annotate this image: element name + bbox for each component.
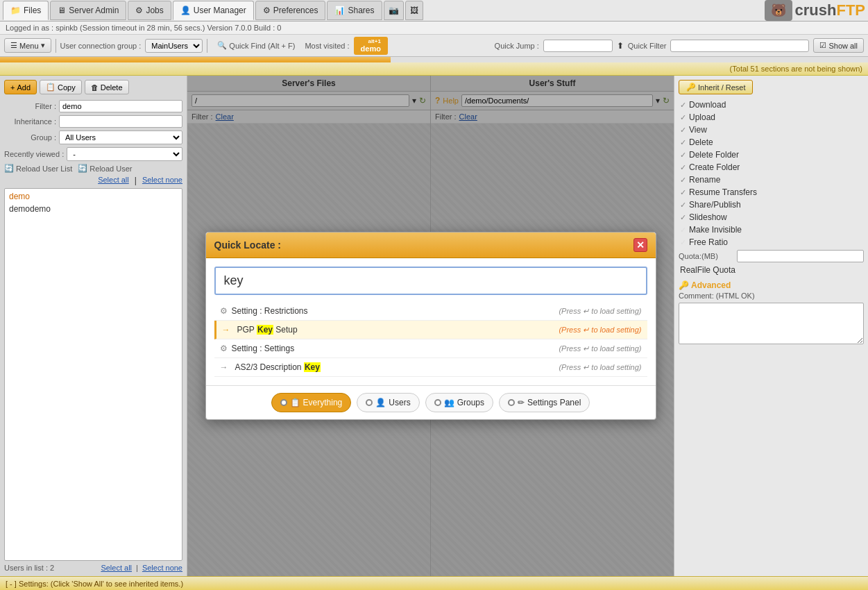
filter-settings-panel[interactable]: ✏ Settings Panel	[499, 393, 590, 412]
action-make-invisible[interactable]: ✓ Make Invisible	[679, 224, 864, 236]
reload-user-label: Reload User	[90, 165, 132, 173]
action-view-label: View	[689, 125, 707, 135]
tab-files-label: Files	[24, 6, 41, 15]
action-download-label: Download	[689, 100, 726, 110]
select-none-link[interactable]: Select none	[142, 176, 182, 185]
modal-header: Quick Locate : ✕	[206, 233, 656, 258]
action-slideshow-label: Slideshow	[689, 212, 727, 222]
menu-button[interactable]: ☰ Menu ▾	[4, 38, 51, 53]
result-item-restrictions[interactable]: ⚙ Setting : Restrictions (Press ↵ to loa…	[214, 302, 647, 321]
recently-row: Recently viewed : -	[4, 147, 182, 161]
recently-select[interactable]: -	[67, 147, 182, 161]
action-slideshow[interactable]: ✓ Slideshow	[679, 211, 864, 224]
group-select[interactable]: All Users	[59, 130, 182, 144]
tab-preferences[interactable]: ⚙ Preferences	[255, 1, 326, 20]
filter-users[interactable]: 👤 Users	[357, 393, 419, 412]
result-left-restrictions: ⚙ Setting : Restrictions	[220, 306, 308, 316]
reload-list-button[interactable]: 🔄 Reload User List	[4, 164, 72, 173]
add-button[interactable]: + Add	[4, 80, 37, 94]
result-item-pgp-key[interactable]: → PGP Key Setup (Press ↵ to load setting…	[214, 321, 647, 339]
quota-input[interactable]	[737, 250, 864, 262]
copy-button[interactable]: 📋 Copy	[40, 80, 82, 94]
radio-settings-panel	[508, 399, 515, 406]
result-item-as23[interactable]: → AS2/3 Description Key (Press ↵ to load…	[214, 358, 647, 377]
quota-label: Quota:(MB)	[679, 252, 734, 260]
filter-row: Filter :	[4, 100, 182, 112]
check-rename: ✓	[680, 176, 686, 185]
add-label: Add	[17, 83, 31, 92]
filter-groups[interactable]: 👥 Groups	[425, 393, 493, 412]
preferences-icon: ⚙	[263, 6, 271, 15]
separator-1	[56, 39, 56, 53]
demo-label: demo	[361, 44, 381, 53]
radio-groups	[434, 399, 441, 406]
server-admin-icon: 🖥	[58, 6, 66, 15]
action-realfile-quota[interactable]: RealFile Quota	[679, 264, 864, 276]
copy-icon: 📋	[46, 83, 56, 92]
inheritance-input[interactable]	[59, 115, 182, 128]
arrow-icon-pgp: →	[222, 325, 230, 335]
tab-icon1[interactable]: 📷	[384, 1, 404, 20]
user-item-demodemo[interactable]: demodemo	[6, 203, 180, 215]
inherit-reset-button[interactable]: 🔑 Inherit / Reset	[679, 80, 753, 94]
tab-jobs[interactable]: ⚙ Jobs	[128, 1, 171, 20]
toolbar: ☰ Menu ▾ User connection group : MainUse…	[0, 35, 868, 57]
files-icon: 📁	[10, 6, 21, 15]
sidebar-footer: Users in list : 2 Select all | Select no…	[4, 564, 182, 572]
select-all-link[interactable]: Select all	[98, 176, 129, 185]
show-all-button[interactable]: ☑ Show all	[813, 38, 864, 53]
user-item-demo[interactable]: demo	[6, 190, 180, 203]
quick-find-button[interactable]: 🔍 Quick Find (Alt + F)	[212, 39, 300, 52]
connection-select[interactable]: MainUsers	[145, 39, 203, 53]
action-rename[interactable]: ✓ Rename	[679, 174, 864, 186]
inheritance-row: Inheritance :	[4, 115, 182, 128]
action-download[interactable]: ✓ Download	[679, 99, 864, 111]
result-item-settings[interactable]: ⚙ Setting : Settings (Press ↵ to load se…	[214, 339, 647, 358]
tab-user-manager[interactable]: 👤 User Manager	[173, 1, 254, 20]
filter-input[interactable]	[59, 100, 182, 112]
delete-icon: 🗑	[91, 83, 99, 92]
menu-label: Menu	[19, 42, 39, 50]
filter-label: Filter :	[4, 102, 56, 110]
show-all-checkbox: ☑	[819, 41, 826, 50]
session-text: Logged in as : spinkb (Session timeout i…	[6, 24, 281, 32]
modal-close-button[interactable]: ✕	[633, 238, 647, 252]
tab-shares[interactable]: 📊 Shares	[327, 1, 382, 20]
modal-title: Quick Locate :	[214, 239, 281, 251]
action-delete[interactable]: ✓ Delete	[679, 136, 864, 149]
select-all2-link[interactable]: Select all	[101, 564, 132, 572]
quick-jump-input[interactable]	[543, 40, 613, 52]
action-upload[interactable]: ✓ Upload	[679, 111, 864, 124]
action-share-publish[interactable]: ✓ Share/Publish	[679, 199, 864, 211]
advanced-label: Advanced	[691, 280, 731, 290]
filter-users-icon: 👤	[375, 398, 386, 407]
action-free-ratio[interactable]: ✓ Free Ratio	[679, 236, 864, 248]
quick-filter-input[interactable]	[670, 40, 809, 52]
notice-bar: (Total 51 sections are not being shown)	[0, 62, 868, 76]
action-free-ratio-label: Free Ratio	[689, 237, 728, 247]
filter-everything-icon: 📋	[290, 398, 300, 407]
action-create-folder[interactable]: ✓ Create Folder	[679, 161, 864, 174]
delete-label: Delete	[101, 83, 123, 92]
logo: 🐻 crushFTP	[765, 0, 865, 21]
user-name-demodemo: demodemo	[9, 204, 51, 214]
select-none2-link[interactable]: Select none	[142, 564, 182, 572]
settings-bar-text[interactable]: [ - ] Settings: (Click 'Show All' to see…	[6, 580, 183, 588]
filter-everything[interactable]: 📋 Everything	[271, 393, 352, 412]
action-view[interactable]: ✓ View	[679, 124, 864, 136]
comment-input[interactable]	[679, 303, 864, 344]
result-press-restrictions: (Press ↵ to load setting)	[559, 307, 641, 316]
action-delete-folder[interactable]: ✓ Delete Folder	[679, 149, 864, 161]
camera-icon: 📷	[389, 6, 399, 15]
progress-bar	[0, 57, 391, 62]
tab-server-admin[interactable]: 🖥 Server Admin	[50, 1, 126, 20]
modal-search-input[interactable]	[214, 267, 647, 295]
tab-files[interactable]: 📁 Files	[3, 1, 49, 20]
reload-user-button[interactable]: 🔄 Reload User	[78, 164, 132, 173]
select-links: Select all | Select none	[4, 176, 182, 185]
logo-text: crushFTP	[795, 1, 865, 19]
delete-button[interactable]: 🗑 Delete	[85, 80, 129, 94]
demo-button[interactable]: alt+1 demo	[354, 37, 388, 55]
action-resume-transfers[interactable]: ✓ Resume Transfers	[679, 186, 864, 199]
tab-icon2[interactable]: 🖼	[405, 1, 423, 20]
